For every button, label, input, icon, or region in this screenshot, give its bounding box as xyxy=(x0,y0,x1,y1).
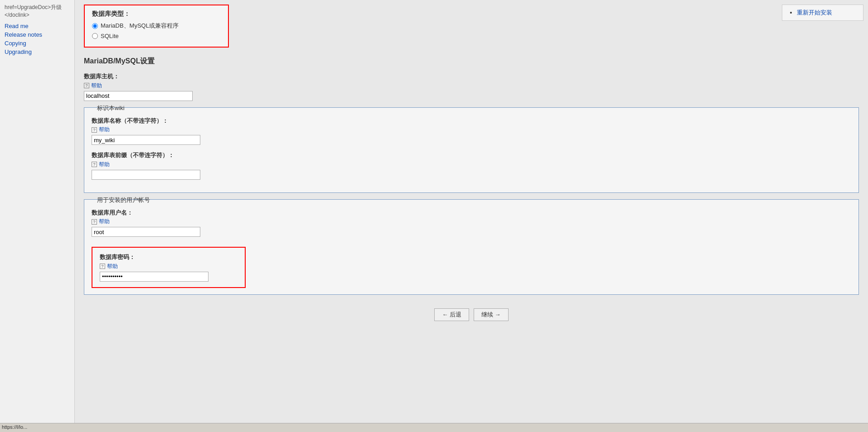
db-prefix-help-link[interactable]: ? 帮助 xyxy=(92,161,110,168)
help-icon-dbhost: ? xyxy=(84,83,89,88)
db-password-label: 数据库密码： xyxy=(100,253,238,261)
db-type-title: 数据库类型： xyxy=(92,10,221,18)
radio-mariadb-label: MariaDB、MySQL或兼容程序 xyxy=(101,22,179,30)
restart-install-link[interactable]: 重新开始安装 xyxy=(797,9,832,16)
account-legend: 用于安装的用户帐号 xyxy=(95,197,152,203)
db-host-help-link[interactable]: ? 帮助 xyxy=(84,82,102,90)
radio-mariadb[interactable]: MariaDB、MySQL或兼容程序 xyxy=(92,22,221,30)
db-prefix-group: 数据库表前缀（不带连字符）： ? 帮助 xyxy=(92,151,851,180)
radio-mariadb-input[interactable] xyxy=(92,23,98,29)
db-type-box: 数据库类型： MariaDB、MySQL或兼容程序 SQLite xyxy=(84,5,229,48)
db-host-label: 数据库主机： xyxy=(84,72,859,81)
db-prefix-input[interactable] xyxy=(92,170,200,180)
help-icon-dbpass: ? xyxy=(100,264,105,269)
mariadb-section-heading: MariaDB/MySQL设置 xyxy=(84,57,859,66)
help-icon-dbuser: ? xyxy=(92,219,97,225)
sidebar: href=UpgradeDoc>升级</doclink> Read me Rel… xyxy=(0,0,75,432)
radio-sqlite-label: SQLite xyxy=(101,33,119,39)
help-icon-dbprefix: ? xyxy=(92,162,97,167)
radio-sqlite[interactable]: SQLite xyxy=(92,33,221,39)
sidebar-top-text: href=UpgradeDoc>升级</doclink> xyxy=(5,4,70,19)
status-bar: https://l/lo... xyxy=(0,423,868,432)
radio-sqlite-input[interactable] xyxy=(92,33,98,39)
back-button[interactable]: ← 后退 xyxy=(434,308,469,321)
db-host-input[interactable] xyxy=(84,91,193,101)
sidebar-link-upgrading[interactable]: Upgrading xyxy=(5,48,70,55)
db-username-input[interactable] xyxy=(92,227,200,237)
wiki-identity-legend: 标识本wiki xyxy=(95,105,126,111)
db-password-help-link[interactable]: ? 帮助 xyxy=(100,263,118,270)
status-bar-text: https://l/lo... xyxy=(2,424,27,430)
sidebar-link-copying[interactable]: Copying xyxy=(5,40,70,47)
help-icon-dbname: ? xyxy=(92,127,97,133)
main-content: 重新开始安装 数据库类型： MariaDB、MySQL或兼容程序 SQLite … xyxy=(75,0,868,432)
db-password-box: 数据库密码： ? 帮助 xyxy=(92,247,246,288)
sidebar-link-readme[interactable]: Read me xyxy=(5,23,70,29)
db-username-label: 数据库用户名： xyxy=(92,209,851,217)
db-password-input[interactable] xyxy=(100,272,209,282)
wiki-identity-fieldset: 标识本wiki 数据库名称（不带连字符）： ? 帮助 数据库表前缀（不带连字符）… xyxy=(84,107,859,193)
button-row: ← 后退 继续 → xyxy=(84,308,859,330)
sidebar-link-releasenotes[interactable]: Release notes xyxy=(5,31,70,38)
db-username-group: 数据库用户名： ? 帮助 xyxy=(92,209,851,237)
db-prefix-label: 数据库表前缀（不带连字符）： xyxy=(92,151,851,159)
db-name-help-link[interactable]: ? 帮助 xyxy=(92,126,110,134)
db-name-input[interactable] xyxy=(92,135,200,145)
db-name-group: 数据库名称（不带连字符）： ? 帮助 xyxy=(92,117,851,145)
account-fieldset: 用于安装的用户帐号 数据库用户名： ? 帮助 数据库密码： ? 帮助 xyxy=(84,199,859,295)
db-host-group: 数据库主机： ? 帮助 xyxy=(84,72,859,101)
top-right-panel: 重新开始安装 xyxy=(782,5,863,21)
db-username-help-link[interactable]: ? 帮助 xyxy=(92,218,110,226)
db-name-label: 数据库名称（不带连字符）： xyxy=(92,117,851,125)
continue-button[interactable]: 继续 → xyxy=(474,308,509,321)
